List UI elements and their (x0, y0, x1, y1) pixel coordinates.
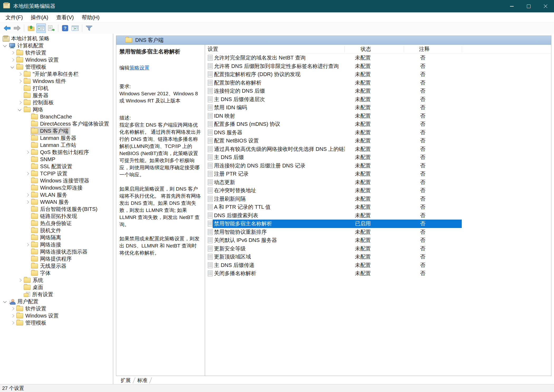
tree-item[interactable]: 链路层拓扑发现 (0, 213, 113, 220)
filter-button[interactable] (84, 23, 94, 33)
policy-setting-row[interactable]: 禁用 IDN 编码未配置否 (205, 103, 551, 112)
policy-setting-row[interactable]: 连接特定的 DNS 后缀未配置否 (205, 87, 551, 95)
tree-item[interactable]: SSL 配置设置 (0, 163, 113, 170)
tree-item[interactable]: BranchCache (0, 113, 113, 120)
chevron-collapsed-icon[interactable] (17, 279, 23, 282)
tree-item[interactable]: 管理模板 (0, 63, 113, 71)
back-button[interactable] (2, 23, 12, 33)
policy-setting-row[interactable]: 禁用智能多宿主名称解析已启用否 (205, 220, 551, 228)
menu-file[interactable]: 文件(F) (2, 14, 27, 21)
tree-item[interactable]: QoS 数据包计划程序 (0, 149, 113, 156)
policy-setting-row[interactable]: 配置多播 DNS (mDNS) 协议未配置否 (205, 120, 551, 128)
forward-button[interactable] (12, 23, 22, 33)
policy-setting-row[interactable]: 在冲突时替换地址未配置否 (205, 186, 551, 195)
tab-standard[interactable]: 标准 (135, 377, 150, 384)
policy-setting-row[interactable]: 通过具有较高优先级的网络接收时优先选择 DNS 上的链路...未配置否 (205, 145, 551, 153)
tree-item[interactable]: Lanman 工作站 (0, 142, 113, 149)
column-header-comment[interactable]: 注释 (404, 46, 462, 52)
policy-setting-row[interactable]: A 和 PTR 记录的 TTL 值未配置否 (205, 203, 551, 211)
policy-setting-row[interactable]: 更新顶级域区域未配置否 (205, 253, 551, 261)
chevron-collapsed-icon[interactable] (25, 200, 31, 204)
chevron-collapsed-icon[interactable] (17, 101, 23, 105)
tree-item[interactable]: 网络 (0, 106, 113, 113)
tree-item[interactable]: "开始"菜单和任务栏 (0, 71, 113, 78)
policy-setting-row[interactable]: DNS 后缀搜索列表未配置否 (205, 211, 551, 220)
policy-setting-row[interactable]: 关闭默认 IPv6 DNS 服务器未配置否 (205, 236, 551, 245)
chevron-collapsed-icon[interactable] (10, 321, 16, 325)
tree-item[interactable]: DirectAccess 客户端体验设置 (0, 120, 113, 127)
policy-setting-row[interactable]: 主 DNS 后缀传递未配置否 (205, 261, 551, 270)
tree-item[interactable]: 无线显示器 (0, 262, 113, 270)
chevron-collapsed-icon[interactable] (10, 58, 16, 62)
policy-setting-row[interactable]: 主 DNS 后缀传递层次未配置否 (205, 95, 551, 104)
chevron-collapsed-icon[interactable] (25, 151, 31, 154)
tree-item[interactable]: 打印机 (0, 85, 113, 92)
chevron-expanded-icon[interactable] (17, 108, 23, 112)
column-header-state[interactable]: 状态 (345, 46, 404, 52)
policy-setting-row[interactable]: 配置 NetBIOS 设置未配置否 (205, 137, 551, 145)
column-header-setting[interactable]: 设置 (205, 46, 345, 52)
minimize-button[interactable] (503, 0, 520, 12)
tree-item[interactable]: DNS 客户端 (0, 127, 113, 135)
show-console-tree-button[interactable] (36, 23, 46, 33)
close-button[interactable] (537, 0, 554, 12)
tree-item[interactable]: 服务器 (0, 92, 113, 99)
policy-setting-row[interactable]: 注册 PTR 记录未配置否 (205, 170, 551, 178)
chevron-expanded-icon[interactable] (10, 65, 16, 69)
tab-extended[interactable]: 扩展 (118, 377, 133, 384)
tree-item[interactable]: 用户配置 (0, 298, 113, 305)
tree-item[interactable]: 控制面板 (0, 99, 113, 106)
tree-item[interactable]: WLAN 服务 (0, 191, 113, 199)
policy-setting-row[interactable]: 配置指定解析程序 (DDR) 协议的发现未配置否 (205, 70, 551, 79)
chevron-collapsed-icon[interactable] (10, 51, 16, 55)
tree-item[interactable]: Windows 设置 (0, 56, 113, 63)
policy-setting-row[interactable]: 允许将 DNS 后缀附加到非限定性多标签名称进行查询未配置否 (205, 62, 551, 71)
policy-setting-row[interactable]: 主 DNS 后缀未配置否 (205, 153, 551, 162)
tree-item[interactable]: 网络连接 (0, 241, 113, 248)
policy-setting-row[interactable]: 禁用智能协议重新排序未配置否 (205, 228, 551, 236)
tree-item[interactable]: 字体 (0, 270, 113, 277)
tree-item[interactable]: Windows 连接管理器 (0, 177, 113, 184)
tree-item[interactable]: Lanman 服务器 (0, 135, 113, 142)
tree-item[interactable]: WWAN 服务 (0, 199, 113, 206)
chevron-collapsed-icon[interactable] (10, 307, 16, 311)
policy-setting-row[interactable]: 允许对完全限定的域名发出 NetBT 查询未配置否 (205, 54, 551, 62)
policy-setting-row[interactable]: 更新安全等级未配置否 (205, 245, 551, 253)
menu-view[interactable]: 查看(V) (52, 14, 78, 21)
tree-item[interactable]: Windows立即连接 (0, 184, 113, 191)
chevron-collapsed-icon[interactable] (10, 314, 16, 318)
maximize-button[interactable] (520, 0, 537, 12)
export-list-button[interactable] (46, 23, 56, 33)
tree-item[interactable]: 计算机配置 (0, 42, 113, 49)
tree-item[interactable]: 软件设置 (0, 49, 113, 56)
tree-item[interactable]: 后台智能传送服务(BITS) (0, 206, 113, 213)
tree-item[interactable]: 热点身份验证 (0, 220, 113, 227)
chevron-collapsed-icon[interactable] (17, 72, 23, 76)
tree-item[interactable]: 网络连接状态指示器 (0, 248, 113, 255)
tree-item[interactable]: Windows 组件 (0, 78, 113, 85)
tree-item[interactable]: 本地计算机 策略 (0, 35, 113, 42)
tree-item[interactable]: 网络隔离 (0, 234, 113, 241)
chevron-expanded-icon[interactable] (3, 44, 8, 48)
policy-setting-row[interactable]: 注册刷新间隔未配置否 (205, 195, 551, 203)
tree-item[interactable]: TCPIP 设置 (0, 170, 113, 177)
tree-item[interactable]: 脱机文件 (0, 227, 113, 234)
tree-item[interactable]: 软件设置 (0, 305, 113, 312)
up-one-level-button[interactable] (26, 23, 36, 33)
menu-action[interactable]: 操作(A) (27, 14, 52, 21)
chevron-collapsed-icon[interactable] (25, 243, 31, 247)
chevron-expanded-icon[interactable] (3, 300, 8, 304)
menu-help[interactable]: 帮助(H) (78, 14, 104, 21)
chevron-collapsed-icon[interactable] (25, 172, 31, 176)
policy-setting-row[interactable]: 关闭多播名称解析未配置否 (205, 269, 551, 278)
policy-setting-row[interactable]: DNS 服务器未配置否 (205, 128, 551, 137)
tree-item[interactable]: 所有设置 (0, 291, 113, 298)
tree-item[interactable]: 管理模板 (0, 319, 113, 326)
tree-item[interactable]: 系统 (0, 277, 113, 284)
policy-setting-row[interactable]: 配置加密的名称解析未配置否 (205, 79, 551, 87)
tree-item[interactable]: 桌面 (0, 284, 113, 291)
show-action-pane-button[interactable] (70, 23, 80, 33)
help-button[interactable]: ? (60, 23, 70, 33)
tree-item[interactable]: SNMP (0, 156, 113, 163)
chevron-collapsed-icon[interactable] (25, 193, 31, 197)
